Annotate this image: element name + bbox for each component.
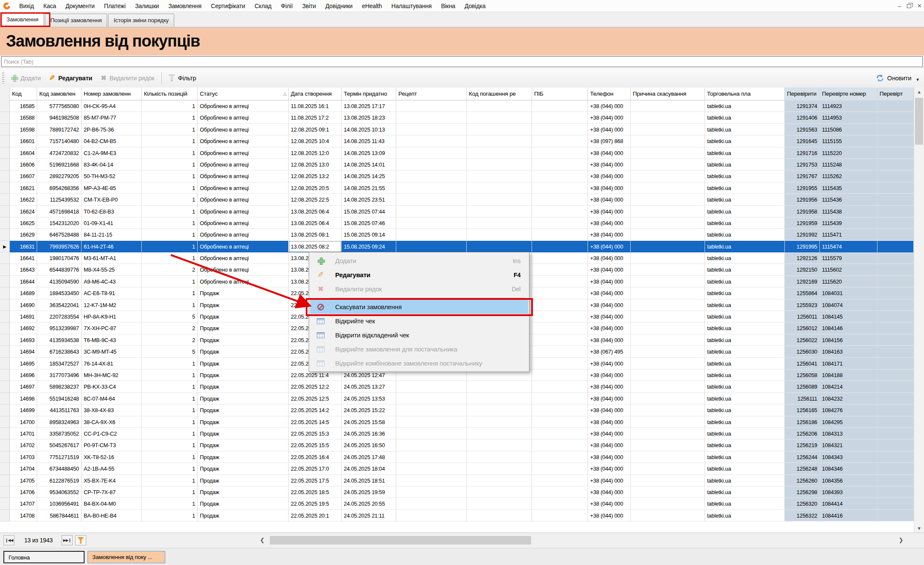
table-cell[interactable]: 24.05.2025 15:58 bbox=[342, 416, 396, 428]
table-cell[interactable]: 1 bbox=[142, 439, 198, 451]
table-cell[interactable] bbox=[396, 182, 467, 194]
table-cell[interactable]: 1084414 bbox=[820, 498, 877, 509]
table-cell[interactable]: 12-K7-1M-M2 bbox=[82, 299, 142, 311]
column-header[interactable]: Перевірити bbox=[785, 88, 820, 100]
table-cell[interactable]: 1291753 bbox=[785, 159, 820, 170]
column-header[interactable]: Код замовлен bbox=[37, 88, 82, 100]
table-cell[interactable]: 14.08.2025 11:43 bbox=[342, 135, 396, 147]
table-cell[interactable]: 1 bbox=[142, 486, 198, 498]
table-cell[interactable]: 12.08.2025 13:2 bbox=[289, 170, 342, 182]
table-cell[interactable]: B4-BX-04-M0 bbox=[82, 498, 142, 509]
table-cell[interactable] bbox=[877, 439, 914, 451]
table-cell[interactable] bbox=[396, 463, 467, 474]
table-cell[interactable]: tabletki.ua bbox=[705, 170, 785, 182]
table-cell[interactable] bbox=[467, 135, 532, 147]
menu-item[interactable]: Довідники bbox=[321, 3, 357, 9]
table-cell[interactable] bbox=[631, 451, 705, 463]
table-cell[interactable]: 15.08.2025 07:46 bbox=[342, 217, 396, 229]
table-cell[interactable] bbox=[467, 416, 532, 428]
table-cell[interactable] bbox=[877, 393, 914, 404]
table-cell[interactable]: 1256322 bbox=[785, 510, 820, 521]
table-cell[interactable]: 1 bbox=[142, 135, 198, 147]
table-cell[interactable]: 16606 bbox=[10, 159, 37, 170]
table-cell[interactable]: 1084346 bbox=[820, 463, 877, 474]
table-cell[interactable]: Продаж bbox=[198, 463, 289, 474]
table-row[interactable]: 16607289227920550-TH-M3-521Оброблено в а… bbox=[0, 170, 914, 182]
table-cell[interactable]: 2892279205 bbox=[37, 170, 82, 182]
table-cell[interactable]: 22.05.2025 17:5 bbox=[289, 475, 342, 486]
table-cell[interactable]: 9534063552 bbox=[37, 486, 82, 498]
table-cell[interactable]: 1 bbox=[142, 194, 198, 205]
table-cell[interactable]: 5 bbox=[142, 346, 198, 357]
table-cell[interactable]: tabletki.ua bbox=[705, 463, 785, 474]
table-cell[interactable] bbox=[532, 404, 588, 416]
table-cell[interactable] bbox=[631, 206, 705, 217]
table-cell[interactable] bbox=[877, 416, 914, 428]
table-cell[interactable]: +38 (044) 000 bbox=[588, 322, 631, 334]
table-cell[interactable]: 01-09-X1-41 bbox=[82, 217, 142, 229]
table-cell[interactable]: 14.08.2025 10:13 bbox=[342, 124, 396, 135]
table-cell[interactable]: CC-P1-C9-C2 bbox=[82, 428, 142, 439]
table-cell[interactable]: +38 (044) 000 bbox=[588, 217, 631, 229]
table-cell[interactable] bbox=[532, 311, 588, 322]
table-cell[interactable]: 16641 bbox=[10, 252, 37, 264]
table-cell[interactable] bbox=[532, 322, 588, 334]
table-cell[interactable] bbox=[877, 322, 914, 334]
table-cell[interactable] bbox=[532, 369, 588, 381]
horizontal-scroll-thumb[interactable] bbox=[270, 536, 531, 545]
table-cell[interactable]: tabletki.ua bbox=[705, 194, 785, 205]
table-cell[interactable]: 1115602 bbox=[820, 264, 877, 275]
table-cell[interactable]: 7X-XH-PC-87 bbox=[82, 322, 142, 334]
table-cell[interactable]: 16588 bbox=[10, 112, 37, 123]
table-cell[interactable]: 22.05.2025 12:2 bbox=[289, 381, 342, 392]
column-header[interactable]: Код bbox=[10, 88, 37, 100]
table-cell[interactable]: Оброблено в аптеці bbox=[198, 229, 289, 240]
table-cell[interactable]: 1115471 bbox=[820, 229, 877, 240]
table-cell[interactable] bbox=[532, 252, 588, 264]
table-cell[interactable]: 1 bbox=[142, 393, 198, 404]
table-cell[interactable] bbox=[467, 510, 532, 521]
context-menu-item[interactable]: Відкрийте комбіноване замовлення постача… bbox=[310, 356, 528, 370]
table-cell[interactable]: 1884533450 bbox=[37, 287, 82, 299]
table-cell[interactable] bbox=[396, 112, 467, 123]
table-cell[interactable]: 6544839776 bbox=[37, 264, 82, 275]
table-cell[interactable]: tabletki.ua bbox=[705, 311, 785, 322]
table-cell[interactable]: 38-X8-4X-83 bbox=[82, 404, 142, 416]
table-cell[interactable]: 22.05.2025 14:2 bbox=[289, 404, 342, 416]
table-row[interactable]: 147046734488450A2-1B-A4-551Продаж22.05.2… bbox=[0, 463, 914, 474]
table-cell[interactable]: tabletki.ua bbox=[705, 112, 785, 123]
table-cell[interactable]: Оброблено в аптеці bbox=[198, 194, 289, 205]
table-cell[interactable] bbox=[877, 510, 914, 521]
table-cell[interactable]: 9513239987 bbox=[37, 322, 82, 334]
table-cell[interactable] bbox=[532, 241, 588, 252]
table-cell[interactable]: +38 (044) 000 bbox=[588, 206, 631, 217]
table-cell[interactable]: 1 bbox=[142, 206, 198, 217]
table-cell[interactable]: MP-A3-4E-85 bbox=[82, 182, 142, 194]
table-cell[interactable] bbox=[532, 451, 588, 463]
table-cell[interactable]: tabletki.ua bbox=[705, 393, 785, 404]
table-cell[interactable]: tabletki.ua bbox=[705, 486, 785, 498]
table-cell[interactable]: 2 bbox=[142, 334, 198, 346]
table-cell[interactable]: tabletki.ua bbox=[705, 159, 785, 170]
table-cell[interactable] bbox=[631, 241, 705, 252]
table-row[interactable]: 14699441351176338-X8-4X-831Продаж22.05.2… bbox=[0, 404, 914, 416]
table-cell[interactable] bbox=[532, 135, 588, 147]
table-cell[interactable]: 1292169 bbox=[785, 276, 820, 287]
table-cell[interactable] bbox=[396, 159, 467, 170]
table-cell[interactable] bbox=[877, 358, 914, 369]
first-page-button[interactable]: ❙◀◀ bbox=[3, 535, 15, 545]
table-cell[interactable]: 11.08.2025 17:2 bbox=[289, 112, 342, 123]
table-cell[interactable]: 22.05.2025 12:5 bbox=[289, 393, 342, 404]
table-cell[interactable]: 13.08.2025 06:4 bbox=[289, 206, 342, 217]
table-cell[interactable] bbox=[396, 100, 467, 112]
last-page-button[interactable]: ▶▶❙ bbox=[61, 535, 73, 545]
table-cell[interactable] bbox=[396, 124, 467, 135]
table-cell[interactable]: tabletki.ua bbox=[705, 498, 785, 509]
table-cell[interactable] bbox=[532, 299, 588, 311]
table-cell[interactable]: 13.08.2025 06:4 bbox=[289, 217, 342, 229]
table-cell[interactable] bbox=[532, 346, 588, 357]
table-cell[interactable]: +38 (044) 000 bbox=[588, 264, 631, 275]
table-cell[interactable]: 1256244 bbox=[785, 451, 820, 463]
table-cell[interactable] bbox=[532, 510, 588, 521]
table-cell[interactable] bbox=[396, 439, 467, 451]
